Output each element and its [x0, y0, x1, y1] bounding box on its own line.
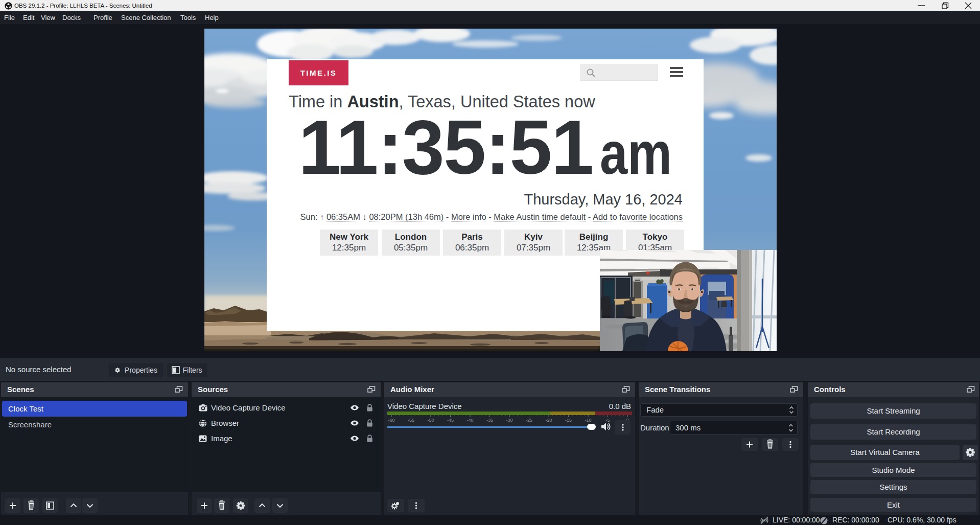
svg-text:-25: -25: [526, 418, 532, 423]
svg-text:-40: -40: [466, 418, 473, 423]
svg-text:-55: -55: [408, 418, 414, 423]
svg-text:-20: -20: [545, 418, 552, 423]
svg-text:-50: -50: [427, 418, 434, 423]
svg-text:-15: -15: [565, 418, 572, 423]
svg-text:-60: -60: [388, 418, 394, 423]
svg-text:-30: -30: [506, 418, 512, 423]
svg-text:-45: -45: [447, 418, 454, 423]
svg-text:-10: -10: [585, 418, 591, 423]
svg-text:-35: -35: [486, 418, 493, 423]
